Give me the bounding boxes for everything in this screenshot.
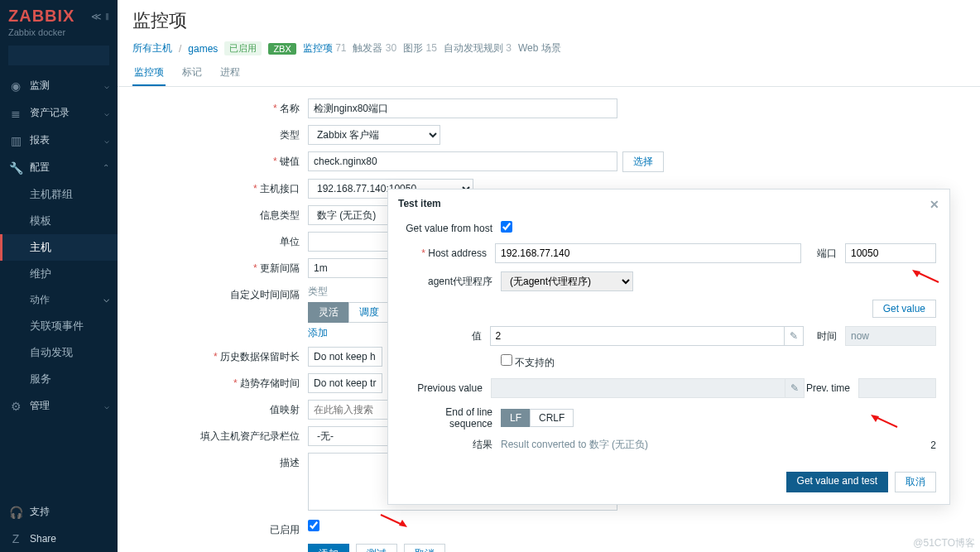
name-field[interactable] xyxy=(308,98,617,118)
interval-field[interactable] xyxy=(308,258,391,278)
breadcrumb: 所有主机 / games 已启用 ZBX 监控项 71 触发器 30 图形 15… xyxy=(118,38,980,60)
lbl-result: 结果 xyxy=(401,438,501,452)
lbl-history: 历史数据保留时长 xyxy=(132,347,308,364)
sched-button[interactable]: 调度 xyxy=(348,302,390,323)
sidebar-item-maintenance[interactable]: 维护 xyxy=(0,261,118,287)
sidebar-item-actions[interactable]: 动作⌵ xyxy=(0,287,118,313)
lbl-enabled: 已启用 xyxy=(132,520,308,537)
tab-items[interactable]: 监控项 xyxy=(132,60,166,86)
nav-inventory[interactable]: ≣资产记录⌵ xyxy=(0,99,118,127)
sidebar-item-correlation[interactable]: 关联项事件 xyxy=(0,313,118,339)
result-number: 2 xyxy=(930,439,936,451)
lbl-unsupported: 不支持的 xyxy=(515,357,555,368)
crumb-graphs[interactable]: 图形 15 xyxy=(403,41,437,55)
subtabs: 监控项 标记 进程 xyxy=(118,60,980,87)
key-field[interactable] xyxy=(308,151,617,171)
svg-line-0 xyxy=(917,272,939,282)
add-button[interactable]: 添加 xyxy=(308,544,349,552)
key-select-button[interactable]: 选择 xyxy=(622,151,664,172)
lbl-valmap: 值映射 xyxy=(132,400,308,417)
tab-tags[interactable]: 标记 xyxy=(180,60,204,86)
chevron-down-icon: ⌵ xyxy=(104,108,109,118)
sidebar-item-services[interactable]: 服务 xyxy=(0,366,118,392)
gear-icon: ⚙ xyxy=(8,400,23,413)
nav-reports[interactable]: ▥报表⌵ xyxy=(0,127,118,154)
lbl-host-address: Host address xyxy=(401,247,495,259)
menu-icon[interactable]: ⦀ xyxy=(105,11,109,22)
pencil-icon[interactable]: ✎ xyxy=(785,326,804,346)
tag-zbx: ZBX xyxy=(268,43,295,55)
unsupported-checkbox[interactable] xyxy=(501,354,512,366)
crumb-items[interactable]: 监控项 71 xyxy=(303,41,347,55)
lbl-custom: 自定义时间间隔 xyxy=(132,285,308,302)
value-field[interactable] xyxy=(490,326,785,346)
dialog-cancel-button[interactable]: 取消 xyxy=(895,472,936,492)
close-icon[interactable]: ✕ xyxy=(930,198,939,211)
get-value-button[interactable]: Get value xyxy=(872,300,936,318)
lbl-interval: 更新间隔 xyxy=(132,258,308,276)
custom-add-link[interactable]: 添加 xyxy=(308,326,390,340)
type-select[interactable]: Zabbix 客户端 xyxy=(308,125,440,145)
svg-line-2 xyxy=(876,417,897,427)
chevron-down-icon: ⌵ xyxy=(103,293,109,307)
nav-config[interactable]: 🔧配置⌃ xyxy=(0,154,118,181)
eye-icon: ◉ xyxy=(8,79,23,93)
prev-time-field xyxy=(858,378,936,398)
lbl-eol: End of line sequence xyxy=(401,406,501,430)
sidebar-item-templates[interactable]: 模板 xyxy=(0,208,118,234)
svg-marker-5 xyxy=(399,520,407,527)
nav-label: 监测 xyxy=(30,79,50,93)
enabled-checkbox[interactable] xyxy=(308,520,319,531)
collapse-icon[interactable]: ≪ xyxy=(91,11,102,22)
custom-type-lbl: 类型 xyxy=(308,285,390,299)
lbl-time: 时间 xyxy=(804,329,845,343)
nav-monitoring[interactable]: ◉监测⌵ xyxy=(0,72,118,99)
tab-process[interactable]: 进程 xyxy=(219,60,242,86)
separator: / xyxy=(179,43,181,55)
nav-label: Share xyxy=(30,533,56,545)
crumb-triggers[interactable]: 触发器 30 xyxy=(353,41,396,55)
nav-label: 报表 xyxy=(30,133,50,147)
crumb-discovery[interactable]: 自动发现规则 3 xyxy=(444,41,512,55)
sidebar-item-discovery[interactable]: 自动发现 xyxy=(0,339,118,366)
tag-enabled: 已启用 xyxy=(224,41,262,55)
svg-marker-1 xyxy=(912,270,920,277)
nav-label: 支持 xyxy=(30,505,50,519)
nav-support[interactable]: 🎧支持 xyxy=(0,498,118,526)
lbl-info: 信息类型 xyxy=(132,205,308,223)
annotation-arrow xyxy=(869,414,899,429)
watermark: @51CTO博客 xyxy=(913,536,975,550)
cancel-button[interactable]: 取消 xyxy=(404,544,445,552)
lbl-port: 端口 xyxy=(801,247,845,261)
sidebar-search[interactable]: 🔍 xyxy=(8,46,109,65)
logo-subtitle: Zabbix docker xyxy=(0,27,118,42)
test-button[interactable]: 测试 xyxy=(356,544,397,552)
lbl-desc: 描述 xyxy=(132,453,308,470)
trends-field[interactable] xyxy=(308,373,382,393)
agent-select[interactable]: (无agent代理程序) xyxy=(501,271,633,291)
logo: ZABBIX xyxy=(8,7,74,26)
port-field[interactable] xyxy=(845,243,936,263)
host-address-field[interactable] xyxy=(495,243,801,263)
get-value-and-test-button[interactable]: Get value and test xyxy=(786,472,888,492)
crumb-host[interactable]: games xyxy=(188,43,218,55)
sidebar-item-hosts[interactable]: 主机 xyxy=(0,234,118,261)
sidebar-item-hostgroups[interactable]: 主机群组 xyxy=(0,181,118,208)
get-from-host-checkbox[interactable] xyxy=(501,221,512,233)
nav-admin[interactable]: ⚙管理⌵ xyxy=(0,392,118,420)
prev-value-field xyxy=(491,378,785,398)
lbl-unit: 单位 xyxy=(132,232,308,249)
history-field[interactable] xyxy=(308,347,382,367)
crumb-all-hosts[interactable]: 所有主机 xyxy=(132,41,172,55)
nav-share[interactable]: ZShare xyxy=(0,526,118,552)
crumb-web[interactable]: Web 场景 xyxy=(518,41,561,55)
chevron-down-icon: ⌵ xyxy=(104,81,109,90)
eol-lf-button[interactable]: LF xyxy=(501,409,531,427)
eol-crlf-button[interactable]: CRLF xyxy=(530,409,574,427)
chevron-down-icon: ⌵ xyxy=(104,136,109,145)
nav-label: 资产记录 xyxy=(30,106,70,120)
lbl-type: 类型 xyxy=(132,125,308,142)
svg-marker-3 xyxy=(871,415,879,422)
flex-button[interactable]: 灵活 xyxy=(308,302,349,323)
chart-icon: ▥ xyxy=(8,134,23,147)
